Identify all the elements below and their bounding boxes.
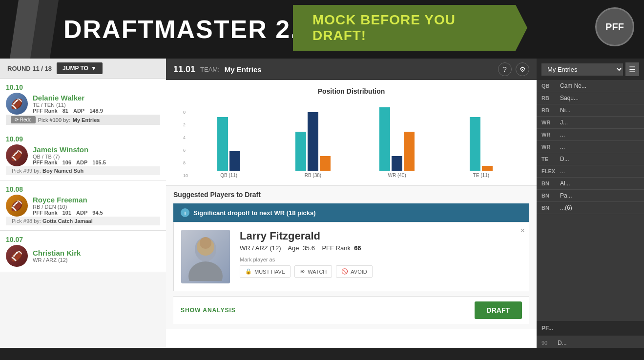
pick-number: 10.08 [6, 185, 160, 193]
close-button[interactable]: × [520, 226, 525, 235]
adp-label: ADP [76, 160, 87, 165]
player-name[interactable]: Jameis Winston [33, 145, 160, 154]
settings-button[interactable]: ⚙ [516, 62, 529, 76]
watch-button[interactable]: 👁 WATCH [294, 265, 332, 278]
eye-icon: 👁 [300, 269, 305, 275]
roster-name: J... [560, 119, 639, 126]
avatar: 🏈 [6, 144, 28, 166]
player-name[interactable]: Royce Freeman [33, 196, 160, 204]
adp-label: ADP [73, 108, 84, 114]
roster-item: RB Ni... [537, 104, 644, 117]
roster-pos: TE [541, 156, 556, 162]
mark-buttons: 🔒 MUST HAVE 👁 WATCH 🚫 AVOID [240, 265, 521, 278]
pff-rank-value: 81 [62, 108, 68, 114]
pff-section-label: PF... [541, 325, 553, 332]
bar-te-orange [482, 166, 493, 171]
roster-pos: BN [541, 180, 556, 186]
team-header-icons: ? ⚙ [498, 62, 529, 76]
roster-pos: WR [541, 120, 556, 125]
chart-y-axis: 10 8 6 4 2 0 [183, 110, 188, 178]
pick-player-row: 🏈 Jameis Winston QB / TB (7) PFF Rank 10… [6, 144, 160, 166]
pick-by-text: Pick #100 by: [38, 117, 70, 123]
y-label: 10 [183, 173, 188, 178]
roster-item: WR ... [537, 129, 644, 141]
chart-bars [470, 117, 493, 171]
svg-point-1 [188, 261, 223, 281]
pff-rank-label: PFF Rank [33, 108, 58, 114]
player-name[interactable]: Delanie Walker [33, 94, 160, 102]
roster-item: WR ... [537, 141, 644, 153]
app-title: DRAFTMASTER 2.0 [63, 15, 313, 44]
chevron-down-icon: ▼ [91, 65, 97, 72]
player-info: Delanie Walker TE / TEN (11) PFF Rank 81… [33, 94, 160, 114]
y-label: 6 [183, 148, 188, 153]
show-analysis-button[interactable]: SHOW ANALYSIS [181, 307, 236, 314]
roster-name: Saqu... [560, 95, 639, 101]
info-icon: i [181, 208, 189, 217]
roster-item: BN Pa... [537, 190, 644, 202]
pick-by-team: Gotta Catch Jamaal [42, 218, 93, 224]
pick-by: Pick #99 by: Boy Named Suh [6, 166, 160, 175]
player-stats: PFF Rank 81 ADP 148.9 [33, 108, 160, 114]
player-position: WR / ARZ (12) [33, 257, 160, 263]
roster-list: QB Cam Ne... RB Saqu... RB Ni... WR J...… [537, 80, 644, 321]
suggested-title: Suggested Players to Draft [173, 191, 529, 199]
pick-by: Pick #98 by: Gotta Catch Jamaal [6, 217, 160, 225]
pick-player-row: 🏈 Christian Kirk WR / ARZ (12) [6, 245, 160, 267]
chart-title: Position Distribution [173, 87, 529, 95]
bar-rb-teal [295, 132, 306, 171]
redo-button[interactable]: ⟳ Redo [11, 116, 36, 123]
chart-bars [379, 107, 415, 171]
player-info: Royce Freeman RB / DEN (10) PFF Rank 101… [33, 196, 160, 216]
pick-item: 10.10 🏈 Delanie Walker TE / TEN (11) PFF… [0, 79, 166, 130]
menu-button[interactable]: ☰ [625, 62, 639, 76]
pick-number: 10.10 [6, 83, 160, 91]
adp-value: 105.5 [92, 160, 106, 165]
player-card-name: Larry Fitzgerald [240, 230, 521, 242]
roster-name: ... [560, 143, 639, 150]
player-stats: PFF Rank 106 ADP 105.5 [33, 160, 160, 165]
avoid-label: AVOID [351, 269, 367, 275]
chart-group-rb: RB (38) [274, 112, 351, 178]
player-name[interactable]: Christian Kirk [33, 249, 160, 257]
roster-name: ...(6) [560, 204, 639, 211]
entries-select[interactable]: My Entries [541, 63, 623, 76]
player-position: TE / TEN (11) [33, 102, 160, 108]
player-photo-svg [186, 232, 225, 281]
player-stats: PFF Rank 101 ADP 94.5 [33, 210, 160, 216]
pick-item: 10.07 🏈 Christian Kirk WR / ARZ (12) [0, 231, 166, 272]
must-have-button[interactable]: 🔒 MUST HAVE [240, 265, 291, 278]
pff-rank-value: 106 [62, 160, 71, 165]
chart-bars [217, 117, 240, 171]
avoid-button[interactable]: 🚫 AVOID [336, 265, 372, 278]
must-have-label: MUST HAVE [254, 269, 285, 275]
watch-label: WATCH [308, 269, 327, 275]
roster-item: FLEX ... [537, 165, 644, 178]
player-card-position: WR / ARZ (12) [240, 244, 281, 252]
team-header: 11.01 TEAM: My Entries ? ⚙ [166, 59, 537, 80]
svg-point-3 [200, 237, 211, 249]
player-card-popup: Larry Fitzgerald WR / ARZ (12) Age 35.6 … [173, 222, 529, 291]
y-label: 8 [183, 160, 188, 165]
draft-button[interactable]: DRAFT [475, 301, 522, 319]
tagline-text: MOCK BEFORE YOU DRAFT! [312, 12, 508, 43]
y-label: 2 [183, 122, 188, 127]
help-button[interactable]: ? [498, 62, 512, 76]
bar-rb-orange [320, 156, 331, 171]
player-card-pff-rank: 66 [354, 244, 361, 252]
avatar: 🏈 [6, 195, 28, 217]
player-card-age: 35.6 [303, 244, 315, 252]
y-label: 0 [183, 110, 188, 115]
avatar: 🏈 [6, 245, 28, 267]
player-card-details: Larry Fitzgerald WR / ARZ (12) Age 35.6 … [240, 230, 521, 278]
player-card-age-label: Age [288, 244, 299, 252]
player-info: Jameis Winston QB / TB (7) PFF Rank 106 … [33, 145, 160, 165]
round-label: ROUND 11 / 18 [7, 65, 52, 72]
roster-pos: QB [541, 83, 556, 89]
bottom-pick-item: 90 D... [537, 338, 644, 348]
redo-bar: ⟳ Redo Pick #100 by: My Entries [6, 115, 160, 125]
jump-to-button[interactable]: JUMP TO ▼ [57, 62, 103, 74]
roster-pos: RB [541, 95, 556, 101]
bar-wr-orange [404, 132, 415, 171]
lock-icon: 🔒 [245, 268, 252, 275]
